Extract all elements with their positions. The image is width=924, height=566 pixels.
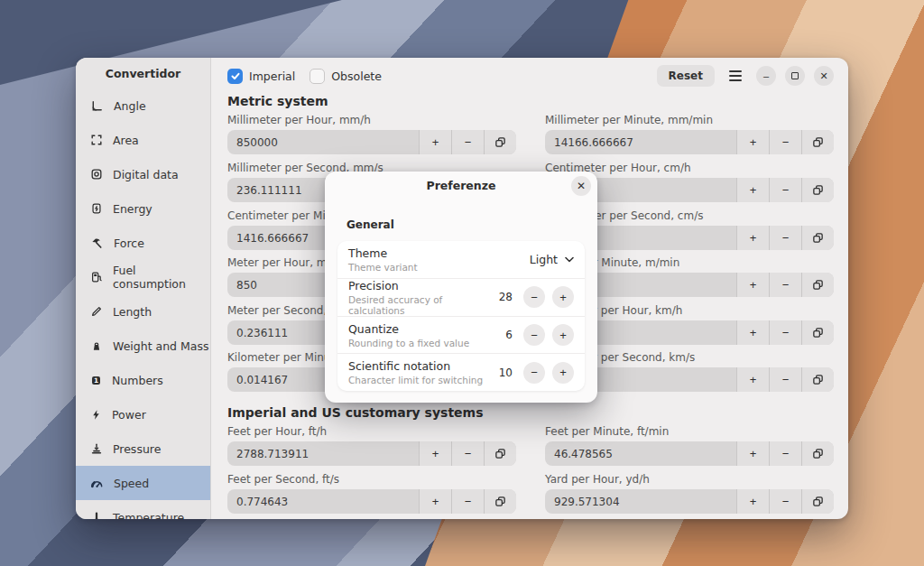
value-input[interactable]: 14166.666667 +−: [545, 130, 834, 154]
sidebar-item-force[interactable]: Force: [76, 226, 210, 260]
increment-button[interactable]: +: [736, 130, 769, 154]
quantize-decrement-button[interactable]: −: [523, 324, 545, 346]
decrement-button[interactable]: −: [769, 489, 801, 514]
value-input[interactable]: 0.774643 +−: [227, 489, 516, 514]
value-input[interactable]: 2788.713911 +−: [227, 441, 516, 466]
reset-button[interactable]: Reset: [657, 65, 715, 87]
decrement-button[interactable]: −: [769, 367, 801, 392]
speed-icon: [90, 477, 104, 490]
copy-icon[interactable]: [801, 367, 834, 392]
theme-value[interactable]: Light: [530, 253, 558, 266]
header-bar: Imperial Obsolete Reset – ✕: [227, 65, 834, 87]
precision-row: Precision Desired accuracy of calculatio…: [337, 278, 585, 316]
sidebar-item-label: Numbers: [112, 374, 163, 387]
precision-increment-button[interactable]: +: [552, 286, 574, 308]
sidebar-item-area[interactable]: Area: [76, 123, 210, 157]
sidebar-item-label: Digital data: [113, 168, 179, 181]
weight-icon: [90, 339, 103, 352]
sidebar-item-fuel-consumption[interactable]: Fuel consumption: [76, 260, 210, 294]
decrement-button[interactable]: −: [451, 130, 484, 154]
metric-heading: Metric system: [227, 94, 328, 108]
sidebar-item-length[interactable]: Length: [76, 294, 210, 329]
area-icon: [90, 134, 103, 146]
sidebar-item-speed[interactable]: Speed: [76, 466, 210, 500]
decrement-button[interactable]: −: [769, 273, 801, 297]
sidebar-item-label: Energy: [113, 202, 152, 216]
copy-icon[interactable]: [801, 130, 834, 154]
sidebar-item-label: Length: [113, 305, 152, 319]
sidebar-item-digital-data[interactable]: Digital data: [76, 157, 210, 191]
value-input[interactable]: 46.478565 +−: [545, 441, 834, 466]
sidebar-item-label: Angle: [114, 99, 146, 113]
increment-button[interactable]: +: [736, 489, 769, 514]
menu-icon[interactable]: [724, 65, 747, 87]
field-mm-per-minute: Millimeter per Minute, mm/min 14166.6666…: [545, 114, 834, 154]
decrement-button[interactable]: −: [769, 320, 801, 345]
obsolete-checkbox-label: Obsolete: [331, 70, 382, 83]
copy-icon[interactable]: [801, 489, 834, 514]
increment-button[interactable]: +: [736, 441, 769, 466]
checkbox-unchecked-icon[interactable]: [310, 69, 325, 84]
increment-button[interactable]: +: [736, 367, 769, 392]
sidebar-item-numbers[interactable]: 1 Numbers: [76, 363, 210, 397]
sidebar-item-power[interactable]: Power: [76, 397, 210, 431]
sidebar-item-temperature[interactable]: Temperature: [76, 500, 210, 519]
precision-decrement-button[interactable]: −: [523, 286, 545, 308]
value-input[interactable]: 850000 +−: [227, 130, 516, 154]
increment-button[interactable]: +: [419, 130, 451, 154]
increment-button[interactable]: +: [736, 178, 769, 202]
increment-button[interactable]: +: [736, 273, 769, 297]
sidebar-item-label: Weight and Mass: [113, 339, 208, 353]
scientific-notation-increment-button[interactable]: +: [552, 362, 574, 384]
decrement-button[interactable]: −: [451, 489, 484, 514]
copy-icon[interactable]: [484, 130, 516, 154]
field-ft-per-hour: Feet per Hour, ft/h 2788.713911 +−: [227, 425, 516, 466]
preferences-dialog: Preferenze ✕ General Theme Theme variant…: [325, 172, 597, 403]
decrement-button[interactable]: −: [769, 226, 801, 250]
svg-text:1: 1: [94, 376, 98, 385]
close-button[interactable]: ✕: [814, 66, 834, 86]
sidebar-item-energy[interactable]: Energy: [76, 191, 210, 226]
temperature-icon: [90, 511, 103, 519]
force-icon: [90, 237, 104, 250]
theme-row[interactable]: Theme Theme variant Light: [337, 241, 585, 278]
decrement-button[interactable]: −: [451, 441, 484, 466]
copy-icon[interactable]: [801, 226, 834, 250]
copy-icon[interactable]: [801, 178, 834, 202]
imperial-heading: Imperial and US customary systems: [227, 405, 484, 420]
sidebar-item-label: Temperature: [113, 511, 184, 520]
increment-button[interactable]: +: [736, 320, 769, 345]
maximize-button[interactable]: [785, 66, 805, 86]
power-icon: [90, 409, 102, 421]
scientific-notation-decrement-button[interactable]: −: [523, 362, 545, 384]
checkbox-checked-icon[interactable]: [227, 69, 243, 84]
copy-icon[interactable]: [801, 273, 834, 297]
decrement-button[interactable]: −: [769, 130, 801, 154]
sidebar-item-weight-and-mass[interactable]: Weight and Mass: [76, 329, 210, 363]
fuel-consumption-icon: [90, 271, 103, 283]
sidebar-item-label: Pressure: [113, 442, 161, 456]
dialog-close-icon[interactable]: ✕: [571, 176, 591, 196]
precision-value: 28: [499, 291, 513, 303]
decrement-button[interactable]: −: [769, 441, 801, 466]
copy-icon[interactable]: [484, 441, 516, 466]
obsolete-checkbox[interactable]: Obsolete: [310, 69, 382, 84]
sidebar-item-pressure[interactable]: Pressure: [76, 431, 210, 466]
scientific-notation-value: 10: [499, 367, 513, 379]
copy-icon[interactable]: [801, 320, 834, 345]
increment-button[interactable]: +: [419, 489, 451, 514]
minimize-button[interactable]: –: [756, 66, 776, 86]
sidebar-item-angle[interactable]: Angle: [76, 88, 210, 123]
increment-button[interactable]: +: [736, 226, 769, 250]
imperial-checkbox[interactable]: Imperial: [227, 69, 295, 84]
copy-icon[interactable]: [801, 441, 834, 466]
copy-icon[interactable]: [484, 489, 516, 514]
chevron-down-icon[interactable]: [565, 256, 574, 263]
decrement-button[interactable]: −: [769, 178, 801, 202]
quantize-increment-button[interactable]: +: [552, 324, 574, 346]
field-yd-per-hour: Yard per Hour, yd/h 929.571304 +−: [545, 473, 834, 514]
increment-button[interactable]: +: [419, 441, 451, 466]
quantize-row: Quantize Rounding to a fixed value 6 − +: [337, 316, 585, 354]
dialog-title: Preferenze: [325, 179, 597, 192]
value-input[interactable]: 929.571304 +−: [545, 489, 834, 514]
